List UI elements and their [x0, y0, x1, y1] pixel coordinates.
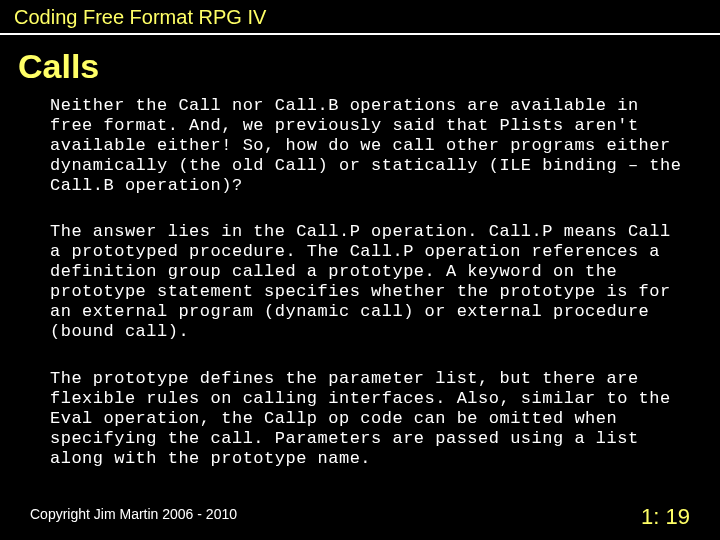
slide-title: Calls [0, 35, 720, 96]
paragraph: The prototype defines the parameter list… [50, 369, 688, 469]
paragraph: The answer lies in the Call.P operation.… [50, 222, 688, 342]
slide: Coding Free Format RPG IV Calls Neither … [0, 0, 720, 540]
paragraph: Neither the Call nor Call.B operations a… [50, 96, 688, 196]
copyright-text: Copyright Jim Martin 2006 - 2010 [30, 506, 237, 522]
header-text: Coding Free Format RPG IV [14, 6, 266, 28]
header-band: Coding Free Format RPG IV [0, 0, 720, 35]
slide-body: Neither the Call nor Call.B operations a… [0, 96, 720, 469]
slide-number: 1: 19 [641, 504, 690, 530]
